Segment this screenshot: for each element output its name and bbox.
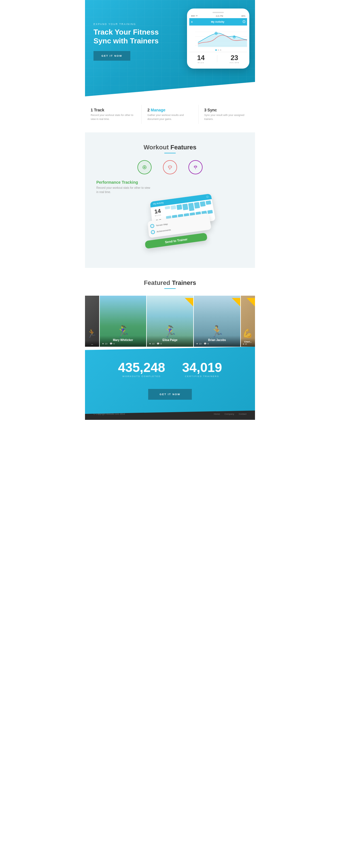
workout-feature-title: Performance Tracking — [96, 180, 244, 185]
trainer-stars-mary: ★ 13 — [102, 342, 107, 345]
phone-info-icon: ⓘ — [242, 20, 245, 24]
phone-stats: 14 MILES 23 AVG BPM — [189, 52, 247, 65]
workout-section: Workout Features — [85, 132, 255, 268]
trainer-stats-brian: ★ 13 💬 4 — [196, 342, 238, 345]
stats-section: 435,248 WORKOUTS COMPLETED 34,019 CERTIF… — [85, 347, 255, 414]
svg-point-7 — [234, 36, 235, 37]
footer-link-home[interactable]: Home — [214, 413, 220, 415]
comment-icon: 💬 — [110, 342, 112, 345]
navbar: HOME COMPANY CONTACT — [85, 0, 255, 10]
workout-feature-text: Performance Tracking Record your workout… — [91, 180, 249, 194]
stat-trainers-label: CERTIFIED TRAINERS — [182, 375, 222, 378]
trainer-name-mary: Mary Whiticker — [102, 338, 144, 342]
icon-performance[interactable] — [137, 160, 151, 174]
trainer-comments-brian: 💬 4 — [204, 342, 208, 345]
footer-links: Home Company Contact — [214, 413, 246, 415]
trainer-stars-brian: ★ 13 — [196, 342, 201, 345]
feature-sync: 3 Sync Sync your result with your assign… — [199, 105, 255, 124]
trainer-card-elisa[interactable]: 🏃‍♀️ Elisa Paige ★ 13 💬 4 — [147, 296, 193, 347]
feature-manage: 2 Manage Gather your workout results and… — [142, 105, 198, 124]
stat-trainers-number: 34,019 — [182, 361, 222, 374]
feature-desc-3: Sync your result with your assigned trai… — [204, 114, 249, 121]
features-row: 1 Track Record your workout stats for ot… — [85, 96, 255, 132]
trainer-comments-mary: 💬 4 — [110, 342, 114, 345]
trainer-card-partial: 🏃 ... — [85, 296, 99, 347]
workout-feature-desc: Record your workout stats for other to v… — [96, 186, 153, 194]
phone-mockup: ●●●○ ▾ 4:21 PM 89% + My Activity ⓘ — [187, 8, 249, 69]
trainer-overlay-elisa: Elisa Paige ★ 13 💬 4 — [147, 336, 193, 347]
trainer-stats-elisa: ★ 13 💬 4 — [149, 342, 191, 345]
stats-row: 435,248 WORKOUTS COMPLETED 34,019 CERTIF… — [94, 361, 246, 378]
hero-subtitle: EXPAND YOUR TRAINING — [94, 23, 173, 26]
comment-icon-3: 💬 — [204, 342, 207, 345]
stats-cta-button[interactable]: GET IT NOW — [148, 389, 192, 400]
workout-section-title: Workout Features — [91, 144, 249, 151]
icon-nutrition[interactable] — [189, 160, 203, 174]
section-underline — [164, 153, 176, 153]
phone-notch — [212, 12, 224, 13]
trainer-overlay-brian: Brian Jacobs ★ 13 💬 4 — [194, 336, 240, 347]
phone-header-title: My Activity — [211, 21, 225, 23]
phone-header: + My Activity ⓘ — [189, 18, 247, 26]
stat-workouts-label: WORKOUTS COMPLETED — [118, 375, 165, 378]
feature-num-3: 3 Sync — [204, 108, 249, 112]
hero-content: EXPAND YOUR TRAINING Track Your Fitness … — [94, 14, 173, 61]
phone-device: ●●●○ ▾ 4:21 PM 89% + My Activity ⓘ — [187, 8, 249, 69]
stat-trainers: 34,019 CERTIFIED TRAINERS — [182, 361, 222, 378]
star-icon-2: ★ — [149, 342, 151, 345]
icon-trophy[interactable] — [163, 160, 177, 174]
activity-chart — [195, 27, 247, 47]
feature-desc-1: Record your workout stats for other to v… — [91, 114, 136, 121]
trainer-comments-elisa: 💬 4 — [157, 342, 162, 345]
trainer-card-brian[interactable]: 🏃 Brian Jacobs ★ 13 💬 4 — [194, 296, 240, 347]
phone-pagination — [189, 48, 247, 52]
star-icon-3: ★ — [196, 342, 198, 345]
trainer-name-brian: Brian Jacobs — [196, 338, 238, 342]
footer-link-contact[interactable]: Contact — [239, 413, 246, 415]
phone-status-bar: ●●●○ ▾ 4:21 PM 89% — [189, 15, 247, 17]
hero-cta-button[interactable]: GET IT NOW — [94, 51, 130, 61]
phone-stat-miles: 14 MILES — [197, 54, 205, 63]
comment-icon-2: 💬 — [157, 342, 160, 345]
phone-3d: My Activity ⓘ 14 MILES 23 AVG BPM — [91, 194, 249, 268]
trainer-stats-mary: ★ 13 💬 4 — [102, 342, 144, 345]
phone-add-icon: + — [191, 20, 193, 24]
hero-section: EXPAND YOUR TRAINING Track Your Fitness … — [85, 0, 255, 96]
trainer-card-charl: 💪 Charl... ★ 13 — [241, 296, 255, 347]
check-icon-2: ✓ — [151, 230, 155, 235]
stat-workouts: 435,248 WORKOUTS COMPLETED — [118, 361, 165, 378]
feature-icons-row — [91, 160, 249, 174]
trainers-section: Featured Trainers 🏃 ... 🏃‍♀️ Mary Whitic… — [85, 268, 255, 352]
trainer-stars-elisa: ★ 13 — [149, 342, 155, 345]
stat-workouts-number: 435,248 — [118, 361, 165, 374]
phone-battery: 89% — [241, 15, 245, 17]
trainer-card-mary[interactable]: 🏃‍♀️ Mary Whiticker ★ 13 💬 4 — [100, 296, 146, 347]
dot-1 — [215, 49, 217, 51]
trainers-underline — [164, 288, 176, 289]
phone-time: 4:21 PM — [216, 15, 223, 17]
feature-num-1: 1 Track — [91, 108, 136, 112]
check-icon: ✓ — [150, 224, 155, 228]
trainers-title: Featured Trainers — [85, 279, 255, 287]
dot-3 — [220, 49, 221, 51]
trainer-overlay-mary: Mary Whiticker ★ 13 💬 4 — [100, 336, 146, 347]
phone-signal: ●●●○ ▾ — [191, 15, 198, 17]
dot-2 — [217, 49, 219, 51]
feature-track: 1 Track Record your workout stats for ot… — [85, 105, 142, 124]
star-icon: ★ — [102, 342, 104, 345]
svg-point-5 — [216, 33, 217, 34]
badge-charl — [246, 298, 255, 306]
trainer-name-elisa: Elisa Paige — [149, 338, 191, 342]
trainers-grid: 🏃 ... 🏃‍♀️ Mary Whiticker ★ 13 💬 — [85, 296, 255, 347]
feature-num-2: 2 Manage — [147, 108, 192, 112]
feature-desc-2: Gather your workout results and document… — [147, 114, 192, 121]
hero-title: Track Your Fitness Sync with Trainers — [94, 28, 173, 45]
footer-link-company[interactable]: Company — [225, 413, 234, 415]
phone-chart — [189, 26, 247, 48]
phone-stat-bpm: 23 AVG BPM — [230, 54, 239, 63]
